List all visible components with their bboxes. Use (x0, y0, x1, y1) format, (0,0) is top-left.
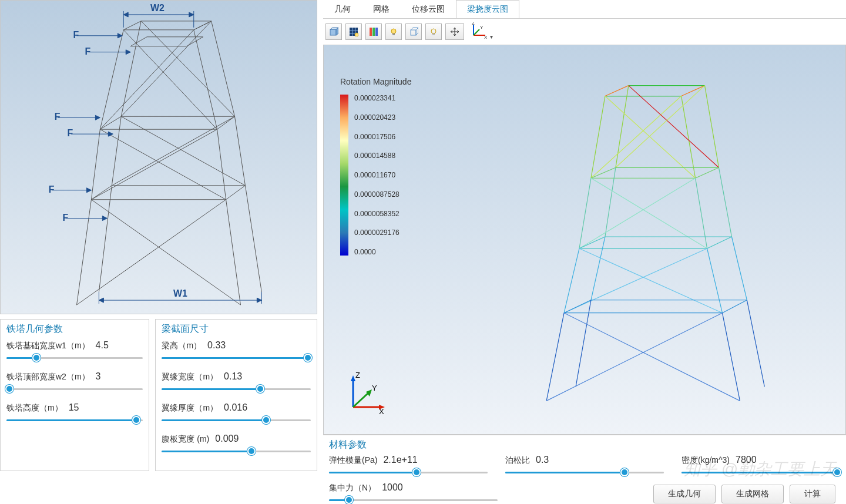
svg-line-0 (194, 21, 212, 30)
svg-line-76 (591, 96, 682, 179)
svg-rect-60 (432, 33, 435, 35)
svg-line-103 (546, 313, 564, 401)
slider-beam-h[interactable] (162, 354, 311, 362)
legend-title: Rotation Magnitude (340, 77, 411, 86)
slider-web-w[interactable] (162, 447, 311, 455)
svg-line-71 (591, 96, 605, 179)
svg-marker-38 (95, 115, 100, 120)
tab-geometry[interactable]: 几何 (323, 0, 362, 18)
svg-line-95 (591, 237, 605, 300)
svg-line-18 (77, 200, 226, 305)
svg-text:Z: Z (355, 371, 360, 379)
dimension-w1-label: W1 (173, 288, 187, 298)
axes-triad: Z Y X (343, 371, 390, 420)
svg-line-9 (77, 200, 92, 305)
cubeframe-icon[interactable] (405, 23, 422, 40)
axes-icon[interactable]: Z Y X ▾ (470, 22, 493, 41)
svg-marker-31 (99, 298, 103, 303)
svg-line-7 (112, 116, 121, 186)
param-height: 铁塔高度（m）15 (6, 402, 143, 424)
svg-line-2 (194, 30, 217, 129)
light-icon[interactable] (385, 23, 402, 40)
svg-line-74 (705, 86, 719, 168)
force-f-label: F (85, 46, 90, 56)
geom-panel-title: 铁塔几何参数 (6, 323, 143, 335)
slider-w2[interactable] (6, 385, 143, 393)
svg-line-75 (605, 96, 696, 179)
palette-icon[interactable] (365, 23, 382, 40)
svg-line-19 (141, 21, 234, 116)
generate-geometry-button[interactable]: 生成几何 (653, 485, 716, 503)
svg-line-16 (91, 129, 217, 200)
tab-displacement[interactable]: 位移云图 (401, 0, 456, 18)
slider-density[interactable] (682, 468, 840, 476)
generate-mesh-button[interactable]: 生成网格 (721, 485, 784, 503)
svg-line-94 (707, 248, 723, 313)
svg-marker-44 (102, 216, 107, 221)
svg-line-72 (682, 96, 696, 179)
svg-line-86 (719, 167, 731, 237)
slider-flange-t[interactable] (162, 416, 311, 424)
svg-line-82 (591, 167, 616, 178)
svg-line-96 (731, 237, 747, 300)
svg-text:X: X (379, 407, 384, 416)
compute-button[interactable]: 计算 (790, 485, 835, 503)
lightbulb-icon[interactable] (425, 23, 442, 40)
svg-line-108 (546, 313, 722, 401)
svg-line-4 (212, 21, 235, 116)
force-f-label: F (63, 213, 69, 223)
material-panel: 材料参数 弹性模量(Pa)2.1e+11 泊松比0.3 密度(kg/m^3)78… (323, 435, 846, 504)
svg-line-83 (579, 178, 591, 248)
force-f-label: F (73, 30, 79, 40)
svg-line-63 (474, 29, 479, 35)
svg-line-8 (235, 116, 246, 186)
section-params-panel: 梁截面尺寸 梁高（m）0.33 翼缘宽度（m）0.13 翼缘厚度（m）0.016… (155, 319, 317, 471)
svg-line-100 (722, 300, 747, 313)
svg-line-12 (245, 186, 261, 292)
svg-marker-27 (189, 12, 194, 17)
svg-line-11 (99, 186, 112, 292)
svg-line-6 (217, 129, 226, 200)
slider-young[interactable] (329, 468, 488, 476)
color-legend: Rotation Magnitude 0.0000233410.00002042… (340, 77, 411, 256)
svg-line-10 (226, 200, 241, 305)
slider-flange-w[interactable] (162, 385, 311, 393)
svg-line-106 (747, 300, 764, 387)
svg-line-107 (564, 313, 740, 401)
svg-line-90 (707, 237, 732, 248)
svg-text:Z: Z (472, 22, 475, 26)
svg-line-21 (121, 116, 245, 186)
svg-text:X: X (484, 35, 488, 39)
svg-line-70 (605, 86, 629, 96)
svg-point-53 (391, 29, 396, 33)
svg-line-14 (100, 30, 193, 129)
svg-line-92 (579, 237, 605, 248)
result-viewport[interactable]: Rotation Magnitude 0.0000233410.00002042… (323, 45, 846, 435)
slider-poisson[interactable] (505, 468, 664, 476)
svg-marker-110 (351, 375, 355, 381)
slider-w1[interactable] (6, 354, 143, 362)
svg-marker-32 (257, 298, 261, 303)
force-f-label: F (55, 112, 61, 122)
svg-text:Y: Y (372, 384, 377, 392)
param-w1: 铁塔基础宽度w1（m）4.5 (6, 340, 143, 362)
svg-line-98 (564, 248, 707, 313)
move-icon[interactable] (445, 23, 464, 40)
svg-line-102 (564, 300, 591, 313)
svg-line-3 (121, 21, 141, 116)
svg-point-59 (431, 29, 436, 33)
grid-icon[interactable] (345, 23, 362, 40)
slider-force[interactable] (329, 496, 498, 504)
geometry-viewport[interactable]: W2 W1 (0, 0, 317, 314)
cube-icon[interactable] (325, 23, 342, 40)
svg-line-5 (91, 129, 100, 200)
svg-line-58 (416, 33, 418, 35)
tab-mesh[interactable]: 网格 (362, 0, 401, 18)
svg-marker-47 (336, 28, 338, 35)
result-tabs: 几何 网格 位移云图 梁挠度云图 (323, 0, 846, 19)
tab-beam-deflection[interactable]: 梁挠度云图 (456, 0, 519, 18)
param-w2: 铁塔顶部宽度w2（m）3 (6, 371, 143, 393)
slider-height[interactable] (6, 416, 143, 424)
viewer-toolbar: Z Y X ▾ (323, 19, 846, 45)
svg-marker-42 (86, 188, 91, 193)
